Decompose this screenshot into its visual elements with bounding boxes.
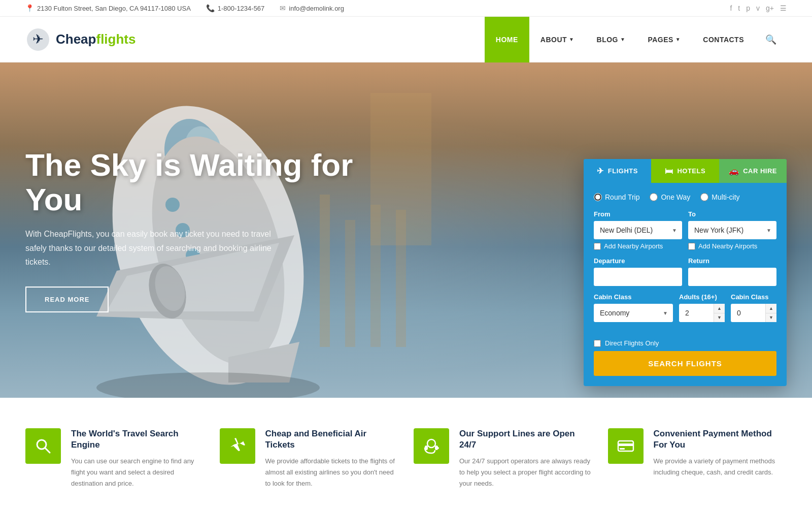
nav-home[interactable]: HOME <box>485 17 529 62</box>
feature-tickets-title: Cheap and Beneficial Air Tickets <box>265 428 399 451</box>
location-icon: 📍 <box>25 4 34 12</box>
feature-support-content: Our Support Lines are Open 24/7 Our 24/7… <box>459 428 593 489</box>
from-to-row: From New Delhi (DEL) To New York (JFK) <box>594 210 776 239</box>
feature-payment: Convenient Payment Method For You We pro… <box>608 428 787 489</box>
radio-roundtrip[interactable]: Round Trip <box>594 193 639 201</box>
return-label: Return <box>688 257 776 265</box>
search-icon <box>34 437 52 455</box>
tab-hotels[interactable]: 🛏 HOTELS <box>651 159 719 183</box>
nav-links: HOME ABOUT▼ BLOG▼ PAGES▼ CONTACTS 🔍 <box>485 17 787 62</box>
topbar-email: ✉ info@demolink.org <box>280 4 344 12</box>
social-rss[interactable]: ☰ <box>780 4 787 12</box>
cabin-class-group: Cabin Class Economy Business First Class <box>594 293 673 322</box>
cabin-class-select[interactable]: Economy Business First Class <box>594 304 673 322</box>
social-pinterest[interactable]: p <box>746 4 750 12</box>
adults-label: Adults (16+) <box>679 293 725 301</box>
nav-contacts[interactable]: CONTACTS <box>692 17 755 62</box>
tab-flights[interactable]: ✈ FLIGHTS <box>584 159 651 183</box>
nav-pages[interactable]: PAGES▼ <box>636 17 692 62</box>
search-flights-button[interactable]: SEARCH FLIGHTS <box>594 351 776 376</box>
radio-oneway[interactable]: One Way <box>650 193 690 201</box>
svg-rect-20 <box>370 93 431 245</box>
radio-multicity[interactable]: Multi-city <box>700 193 739 201</box>
adults-stepper: 2 ▲ ▼ <box>679 304 725 322</box>
direct-flights-row: Direct Flights Only <box>594 339 776 347</box>
plane-icon <box>228 437 247 455</box>
logo-text: Cheapflights <box>56 31 136 47</box>
feature-support-title: Our Support Lines are Open 24/7 <box>459 428 593 451</box>
feature-tickets-icon-box <box>220 428 255 464</box>
adults-group: Adults (16+) 2 ▲ ▼ <box>679 293 725 322</box>
cabin-class2-decrement[interactable]: ▼ <box>766 313 776 323</box>
topbar-phone: 📞 1-800-1234-567 <box>206 4 265 12</box>
to-group: To New York (JFK) <box>688 210 776 239</box>
social-facebook[interactable]: f <box>730 4 732 12</box>
tab-carhire[interactable]: 🚗 CAR HIRE <box>719 159 787 183</box>
nearby-from-checkbox[interactable] <box>594 243 601 250</box>
feature-search-title: The World's Travel Search Engine <box>71 428 205 451</box>
svg-point-23 <box>427 439 435 448</box>
feature-search-desc: You can use our search engine to find an… <box>71 456 205 489</box>
from-select-wrapper: New Delhi (DEL) <box>594 221 682 239</box>
adults-stepper-buttons: ▲ ▼ <box>714 304 725 322</box>
social-vimeo[interactable]: v <box>756 4 760 12</box>
direct-flights-checkbox[interactable] <box>594 340 601 347</box>
cabin-class2-stepper: 0 ▲ ▼ <box>731 304 776 322</box>
feature-support-desc: Our 24/7 support operators are always re… <box>459 456 593 489</box>
hero-title: The Sky is Waiting for You <box>25 148 355 217</box>
logo-icon: ✈ <box>25 27 51 52</box>
adults-increment[interactable]: ▲ <box>714 304 725 313</box>
nearby-from-group: Add Nearby Airports <box>594 242 682 250</box>
adults-decrement[interactable]: ▼ <box>714 313 725 323</box>
nearby-to-checkbox[interactable] <box>688 243 695 250</box>
cabin-class2-group: Cabin Class 0 ▲ ▼ <box>731 293 776 322</box>
nearby-from-label: Add Nearby Airports <box>604 242 663 250</box>
cabin-class2-increment[interactable]: ▲ <box>766 304 776 313</box>
cabin-class2-label: Cabin Class <box>731 293 776 301</box>
svg-rect-29 <box>620 448 625 450</box>
nearby-to-group: Add Nearby Airports <box>688 242 776 250</box>
feature-tickets: Cheap and Beneficial Air Tickets We prov… <box>220 428 399 489</box>
feature-payment-content: Convenient Payment Method For You We pro… <box>654 428 787 478</box>
nearby-airports-row: Add Nearby Airports Add Nearby Airports <box>594 242 776 250</box>
departure-group: Departure <box>594 257 682 286</box>
social-googleplus[interactable]: g+ <box>766 4 774 12</box>
feature-tickets-content: Cheap and Beneficial Air Tickets We prov… <box>265 428 399 489</box>
svg-text:✈: ✈ <box>32 31 44 47</box>
feature-search: The World's Travel Search Engine You can… <box>25 428 205 489</box>
nav-about[interactable]: ABOUT▼ <box>529 17 586 62</box>
nav-blog[interactable]: BLOG▼ <box>586 17 637 62</box>
from-label: From <box>594 210 682 218</box>
trip-type-group: Round Trip One Way Multi-city <box>594 193 776 201</box>
return-input[interactable] <box>688 268 776 286</box>
logo[interactable]: ✈ Cheapflights <box>25 27 136 52</box>
to-select[interactable]: New York (JFK) <box>688 221 776 239</box>
hero-content: The Sky is Waiting for You With CheapFli… <box>25 148 355 312</box>
nav-search-button[interactable]: 🔍 <box>755 17 787 62</box>
social-links: f t p v g+ ☰ <box>730 4 787 12</box>
from-select[interactable]: New Delhi (DEL) <box>594 221 682 239</box>
phone-icon: 📞 <box>206 4 215 12</box>
svg-rect-28 <box>618 443 633 446</box>
return-group: Return <box>688 257 776 286</box>
topbar: 📍 2130 Fulton Street, San Diego, CA 9411… <box>0 0 812 17</box>
widget-footer: Direct Flights Only SEARCH FLIGHTS <box>584 339 787 386</box>
nearby-to-label: Add Nearby Airports <box>698 242 757 250</box>
departure-label: Departure <box>594 257 682 265</box>
feature-payment-desc: We provide a variety of payment methods … <box>654 456 787 478</box>
hero-subtitle: With CheapFlights, you can easily book a… <box>25 227 279 269</box>
cabin-class-select-wrapper: Economy Business First Class <box>594 304 673 322</box>
feature-search-content: The World's Travel Search Engine You can… <box>71 428 205 489</box>
search-widget: ✈ FLIGHTS 🛏 HOTELS 🚗 CAR HIRE Round Trip <box>584 159 787 386</box>
topbar-address: 📍 2130 Fulton Street, San Diego, CA 9411… <box>25 4 191 12</box>
feature-support-icon-box <box>414 428 449 464</box>
email-icon: ✉ <box>280 4 286 12</box>
class-adults-row: Cabin Class Economy Business First Class… <box>594 293 776 322</box>
feature-tickets-desc: We provide affordable tickets to the fli… <box>265 456 399 489</box>
carhire-tab-icon: 🚗 <box>729 166 739 176</box>
hotels-tab-icon: 🛏 <box>665 167 673 176</box>
departure-input[interactable] <box>594 268 682 286</box>
direct-flights-label: Direct Flights Only <box>605 339 659 347</box>
social-twitter[interactable]: t <box>738 4 740 12</box>
hero-cta-button[interactable]: READ MORE <box>25 287 109 312</box>
